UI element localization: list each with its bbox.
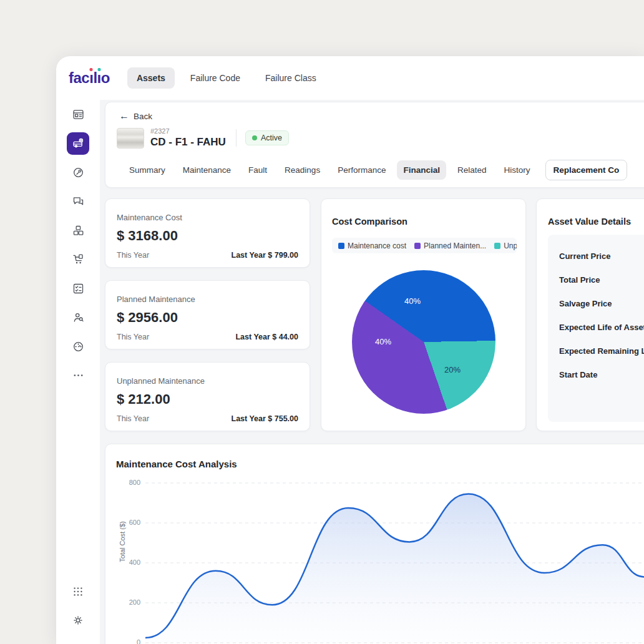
sidebar-item-inventory-boxes-icon[interactable]: [56, 216, 100, 245]
logo-i-dot: [90, 68, 93, 71]
pie-slice-label: 40%: [404, 296, 421, 306]
nav-item-failure-class[interactable]: Failure Class: [256, 67, 326, 89]
settings-gear-icon: [72, 614, 84, 627]
screen: facılıo AssetsFailure CodeFailure Class …: [0, 0, 644, 644]
summary-card-title: Maintenance Cost: [117, 213, 298, 222]
y-tick-label: 800: [112, 479, 140, 486]
sidebar-item-more-dots-icon[interactable]: [56, 361, 100, 391]
tab-history[interactable]: History: [498, 160, 537, 180]
checklist-icon: [72, 282, 85, 295]
more-dots-icon: [72, 369, 85, 382]
status-label: Active: [261, 134, 282, 142]
logo-i-dot: [97, 68, 100, 71]
assets-icon: [72, 137, 85, 150]
cost-comparison-card: Cost Comparison Maintenance costPlanned …: [321, 198, 526, 431]
asset-value-row-total-price: Total Price: [559, 275, 644, 299]
summary-last-year: Last Year $ 755.00: [232, 414, 299, 423]
tab-maintenance[interactable]: Maintenance: [177, 160, 237, 180]
pie-chart[interactable]: 40%20%40%: [352, 270, 495, 414]
area-fill: [145, 494, 644, 643]
legend-swatch-icon: [494, 243, 500, 249]
y-tick-label: 200: [112, 598, 140, 606]
tab-replacement-co[interactable]: Replacement Co: [545, 160, 628, 180]
sidebar-item-fault-chat-icon[interactable]: [56, 187, 100, 217]
logo-letter: f: [69, 71, 74, 85]
legend-swatch-icon: [414, 243, 421, 249]
tab-financial[interactable]: Financial: [397, 160, 446, 180]
asset-value-details-title: Asset Value Details: [548, 217, 631, 227]
sidebar-item-people-search-icon[interactable]: [56, 303, 100, 333]
divider: [236, 129, 237, 147]
summary-card-planned-maintenance: Planned Maintenance$ 2956.00This YearLas…: [105, 280, 310, 349]
summary-period-label: This Year: [117, 414, 149, 423]
summary-last-year: Last Year $ 799.00: [232, 251, 299, 260]
tab-summary[interactable]: Summary: [123, 160, 172, 180]
legend-label: Planned Mainten...: [424, 242, 486, 250]
legend-label: Unplanned...: [504, 242, 517, 250]
summary-card-footer: This YearLast Year $ 755.00: [117, 414, 298, 423]
sidebar-item-procurement-cart-icon[interactable]: [56, 245, 100, 275]
asset-value-details-card: Asset Value Details Current PriceTotal P…: [536, 198, 644, 431]
asset-value-details-panel: Current PriceTotal PriceSalvage PriceExp…: [548, 235, 644, 422]
maintenance-gear-wrench-icon: [72, 166, 85, 179]
y-tick-label: 400: [112, 559, 140, 566]
summary-card-title: Planned Maintenance: [117, 295, 298, 304]
tab-fault[interactable]: Fault: [242, 160, 273, 180]
tab-related[interactable]: Related: [451, 160, 493, 180]
summary-card-footer: This YearLast Year $ 44.00: [117, 333, 298, 341]
sidebar-item-app-grid-icon[interactable]: [72, 585, 84, 598]
back-button[interactable]: ← Back: [119, 110, 152, 122]
logo-letter: ı: [89, 71, 93, 85]
people-search-icon: [72, 311, 85, 324]
sidebar-item-dashboard-icon[interactable]: [56, 100, 100, 129]
asset-photo-thumbnail: [117, 128, 144, 149]
nav-item-failure-code[interactable]: Failure Code: [181, 67, 250, 89]
tab-performance[interactable]: Performance: [331, 160, 392, 180]
summary-card-title: Unplanned Maintenance: [117, 376, 298, 386]
cost-line-chart[interactable]: [144, 478, 644, 644]
sidebar-item-settings-gear-icon[interactable]: [72, 614, 84, 627]
pie-legend: Maintenance costPlanned Mainten...Unplan…: [332, 238, 517, 253]
tab-readings[interactable]: Readings: [278, 160, 326, 180]
sidebar-item-assets-icon[interactable]: [56, 129, 100, 159]
summary-card-value: $ 2956.00: [117, 310, 298, 326]
nav-item-assets[interactable]: Assets: [127, 67, 175, 89]
y-tick-label: 600: [112, 519, 140, 526]
legend-item-planned-mainten-[interactable]: Planned Mainten...: [414, 242, 486, 250]
active-pill: [67, 132, 89, 155]
legend-label: Maintenance cost: [348, 242, 406, 250]
app-grid-icon: [72, 585, 84, 598]
dashboard-icon: [72, 108, 85, 121]
asset-header-card: ← Back #2327 CD - F1 - FAHU Active Summa…: [105, 102, 644, 188]
summary-period-label: This Year: [117, 333, 149, 341]
y-tick-label: 0: [112, 638, 140, 644]
sidebar-item-checklist-icon[interactable]: [56, 274, 100, 303]
legend-item-maintenance-cost[interactable]: Maintenance cost: [338, 242, 406, 250]
status-badge: Active: [245, 130, 289, 145]
chart-title: Maintenance Cost Analysis: [116, 459, 237, 469]
legend-swatch-icon: [338, 243, 344, 249]
asset-value-row-current-price: Current Price: [559, 251, 644, 275]
procurement-cart-icon: [72, 253, 85, 266]
summary-card-value: $ 3168.00: [117, 228, 298, 244]
back-arrow-icon: ←: [119, 110, 129, 122]
sidebar-item-gauge-gear-icon[interactable]: [56, 332, 100, 361]
asset-meta: #2327 CD - F1 - FAHU: [150, 127, 226, 149]
sidebar-item-maintenance-gear-wrench-icon[interactable]: [56, 158, 100, 187]
asset-value-row-salvage-price: Salvage Price: [559, 299, 644, 323]
cost-comparison-title: Cost Comparison: [332, 217, 407, 227]
summary-last-year: Last Year $ 44.00: [235, 333, 298, 341]
asset-id: #2327: [150, 127, 226, 135]
summary-card-footer: This YearLast Year $ 799.00: [117, 251, 298, 260]
legend-item-unplanned-[interactable]: Unplanned...: [494, 242, 517, 250]
pie-slice-label: 40%: [375, 337, 391, 346]
logo-letter: o: [101, 71, 110, 85]
asset-value-row-expected-remaining-life: Expected Remaining Life: [559, 346, 644, 370]
asset-tabs: SummaryMaintenanceFaultReadingsPerforman…: [123, 160, 627, 180]
asset-value-row-start-date: Start Date: [559, 370, 644, 394]
maintenance-cost-analysis-card: Maintenance Cost Analysis Total Cost ($)…: [105, 444, 644, 644]
summary-card-value: $ 212.00: [117, 391, 298, 407]
pie-slice-label: 20%: [444, 365, 461, 374]
asset-title-row: #2327 CD - F1 - FAHU Active: [117, 127, 289, 149]
module-sidebar: [56, 100, 100, 644]
